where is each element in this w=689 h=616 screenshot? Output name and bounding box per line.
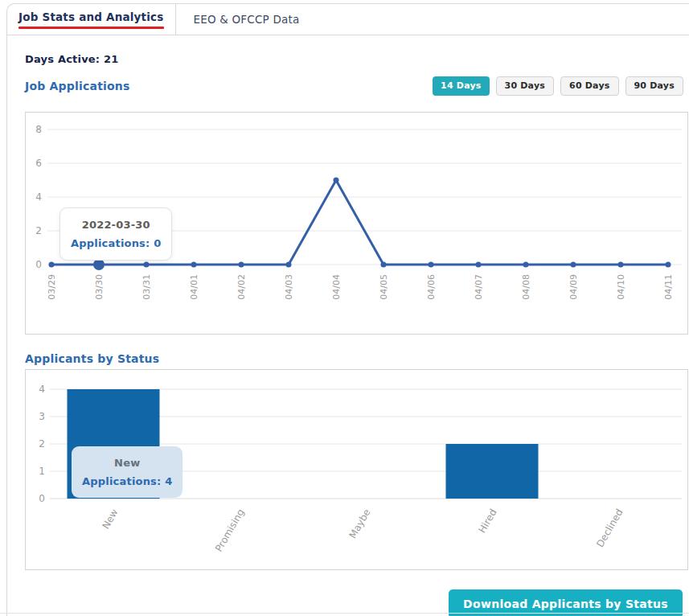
- svg-text:1: 1: [39, 466, 45, 477]
- range-button-30-days[interactable]: 30 Days: [496, 76, 554, 96]
- tab-eeo-ofccp-label: EEO & OFCCP Data: [194, 13, 300, 26]
- days-active-value: 21: [104, 53, 119, 65]
- svg-text:6: 6: [35, 158, 42, 169]
- svg-text:Declined: Declined: [594, 507, 625, 549]
- days-active-label: Days Active:: [25, 53, 100, 65]
- job-applications-header-row: Job Applications 14 Days 30 Days 60 Days…: [25, 76, 687, 96]
- bar-tooltip-status: New: [82, 454, 172, 472]
- tab-eeo-ofccp-data[interactable]: EEO & OFCCP Data: [175, 4, 318, 35]
- applicants-by-status-title: Applicants by Status: [25, 352, 687, 365]
- bar-chart-tooltip: New Applications: 4: [72, 446, 183, 498]
- line-tooltip-applications: Applications: 0: [71, 234, 161, 253]
- svg-text:New: New: [100, 507, 120, 531]
- range-button-90-days[interactable]: 90 Days: [625, 76, 683, 96]
- tab-job-stats-and-analytics[interactable]: Job Stats and Analytics: [7, 4, 175, 35]
- job-applications-line-chart-panel: 0246803/2903/3003/3104/0104/0204/0304/04…: [25, 112, 688, 335]
- svg-text:2: 2: [35, 225, 42, 236]
- applicants-by-status-bar-chart-panel: 01234NewPromisingMaybeHiredDeclined New …: [25, 369, 688, 570]
- range-button-60-days[interactable]: 60 Days: [560, 76, 618, 96]
- svg-text:3: 3: [39, 411, 45, 422]
- svg-text:03/30: 03/30: [94, 274, 105, 300]
- svg-text:04/09: 04/09: [568, 274, 579, 300]
- svg-text:04/03: 04/03: [284, 274, 294, 300]
- svg-text:8: 8: [35, 124, 42, 135]
- svg-text:04/05: 04/05: [379, 274, 389, 300]
- svg-text:Promising: Promising: [213, 507, 247, 554]
- svg-text:04/01: 04/01: [189, 274, 199, 300]
- svg-text:04/04: 04/04: [331, 274, 342, 300]
- date-range-button-group: 14 Days 30 Days 60 Days 90 Days: [433, 76, 687, 96]
- bar-tooltip-applications: Applications: 4: [82, 472, 172, 491]
- svg-text:Hired: Hired: [476, 507, 498, 536]
- active-tab-underline: [18, 27, 164, 29]
- line-chart-tooltip: 2022-03-30 Applications: 0: [59, 207, 172, 261]
- bottom-divider: [0, 613, 689, 614]
- analytics-card: Job Stats and Analytics EEO & OFCCP Data…: [6, 3, 689, 616]
- svg-text:2: 2: [39, 438, 45, 450]
- svg-text:4: 4: [39, 384, 45, 395]
- svg-text:Maybe: Maybe: [347, 507, 373, 540]
- svg-text:04/10: 04/10: [616, 274, 626, 300]
- svg-text:0: 0: [39, 493, 45, 504]
- tab-job-stats-label: Job Stats and Analytics: [18, 10, 164, 23]
- range-button-14-days[interactable]: 14 Days: [433, 76, 489, 96]
- tab-content: Days Active: 21 Job Applications 14 Days…: [7, 35, 689, 616]
- line-tooltip-date: 2022-03-30: [71, 216, 161, 234]
- svg-text:4: 4: [35, 191, 42, 203]
- svg-text:04/06: 04/06: [426, 274, 437, 300]
- svg-text:03/31: 03/31: [141, 274, 152, 300]
- svg-text:03/29: 03/29: [47, 274, 57, 300]
- job-applications-title: Job Applications: [25, 80, 130, 92]
- svg-text:04/11: 04/11: [663, 274, 674, 300]
- svg-text:04/02: 04/02: [236, 274, 247, 300]
- svg-text:04/08: 04/08: [521, 274, 531, 300]
- tab-bar: Job Stats and Analytics EEO & OFCCP Data: [7, 4, 689, 35]
- svg-text:0: 0: [35, 259, 42, 270]
- days-active: Days Active: 21: [25, 53, 687, 65]
- svg-text:04/07: 04/07: [474, 274, 484, 300]
